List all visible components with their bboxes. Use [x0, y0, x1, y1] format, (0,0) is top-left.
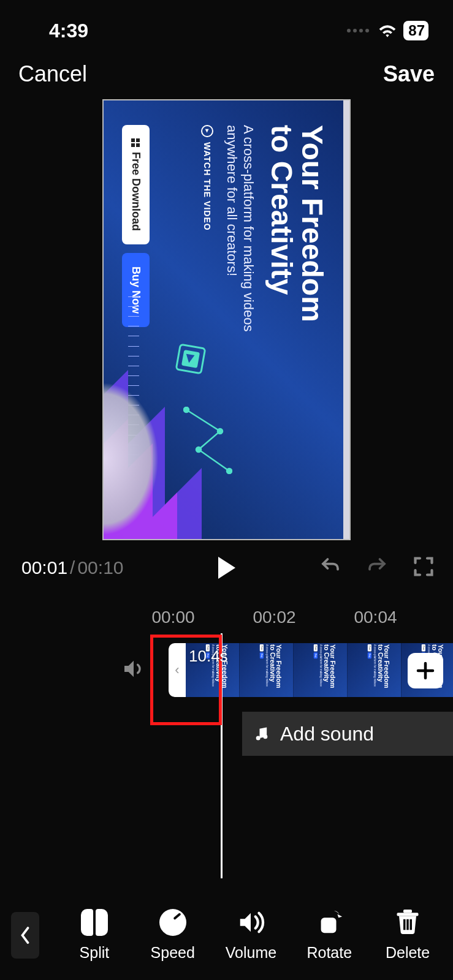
track-audio-button[interactable]	[121, 657, 146, 684]
clip-duration: 10.4s	[189, 647, 228, 666]
bottom-toolbar: Split Speed Volume Rotate Delete	[0, 900, 453, 980]
play-button[interactable]	[218, 557, 235, 579]
delete-label: Delete	[386, 944, 430, 962]
timeline: 10.4s ‹ Your Freedomto CreativityA cross…	[0, 639, 453, 756]
speed-label: Speed	[151, 944, 195, 962]
preview-download-button: Free Download	[122, 125, 150, 244]
preview-area: Your Freedomto Creativity A cross-platfo…	[0, 93, 453, 540]
ruler-tick-0: 00:00	[123, 608, 224, 627]
save-button[interactable]: Save	[383, 61, 435, 87]
preview-title-line1: Your Freedom	[296, 125, 329, 322]
volume-label: Volume	[226, 944, 276, 962]
fullscreen-icon	[413, 556, 435, 578]
undo-icon	[319, 556, 341, 578]
signal-dots-icon	[347, 29, 369, 32]
playback-controls: 00:01/00:10	[0, 540, 453, 592]
music-note-icon	[253, 725, 270, 742]
play-icon	[218, 557, 235, 579]
svg-rect-11	[403, 919, 406, 930]
clip-thumbnail: Your Freedomto CreativityA cross-platfor…	[294, 643, 348, 697]
battery-level: 87	[408, 22, 425, 39]
fullscreen-button[interactable]	[413, 556, 435, 580]
clip-trim-handle-left[interactable]: ‹	[169, 643, 186, 697]
status-bar: 4:39 87	[0, 0, 453, 49]
video-preview[interactable]: Your Freedomto Creativity A cross-platfo…	[102, 99, 351, 540]
rotate-label: Rotate	[306, 944, 352, 962]
rotate-tool[interactable]: Rotate	[290, 908, 368, 962]
clip-thumbnail: Your Freedomto CreativityA cross-platfor…	[348, 643, 402, 697]
preview-robot-hand	[104, 382, 159, 535]
speaker-icon	[121, 657, 146, 681]
svg-rect-10	[403, 910, 412, 913]
rotate-icon	[314, 908, 345, 937]
time-total: 00:10	[77, 557, 123, 578]
toolbar-back-button[interactable]	[11, 912, 39, 959]
delete-tool[interactable]: Delete	[368, 908, 447, 962]
ruler-tick-2: 00:04	[325, 608, 426, 627]
status-right: 87	[347, 21, 428, 40]
svg-rect-13	[410, 919, 413, 930]
split-icon	[81, 909, 108, 936]
svg-point-3	[227, 469, 232, 473]
speed-icon	[159, 909, 186, 936]
trash-icon	[395, 908, 421, 937]
preview-title-line2: to Creativity	[265, 125, 298, 295]
add-sound-button[interactable]: Add sound	[242, 712, 453, 756]
speed-tool[interactable]: Speed	[134, 908, 212, 962]
add-clip-button[interactable]	[408, 653, 443, 688]
time-ruler: 00:00 00:02 00:04	[0, 592, 453, 639]
redo-icon	[366, 556, 388, 578]
preview-corner-graphic	[104, 345, 214, 540]
timecode: 00:01/00:10	[21, 557, 124, 578]
time-current: 00:01	[21, 557, 67, 578]
status-time: 4:39	[49, 20, 88, 42]
split-tool[interactable]: Split	[55, 908, 134, 962]
battery-indicator: 87	[403, 21, 428, 40]
preview-subtitle: A cross-platform for making videos anywh…	[223, 125, 257, 382]
volume-icon	[234, 908, 267, 937]
undo-button[interactable]	[319, 556, 341, 580]
preview-watch-video: ▸WATCH THE VIDEO	[201, 125, 213, 382]
editor-header: Cancel Save	[0, 49, 453, 93]
wifi-icon	[378, 23, 397, 38]
redo-button[interactable]	[366, 556, 388, 580]
add-sound-label: Add sound	[280, 723, 374, 745]
svg-point-7	[263, 734, 267, 739]
volume-tool[interactable]: Volume	[212, 908, 291, 962]
svg-rect-12	[406, 919, 409, 930]
ruler-tick-1: 00:02	[224, 608, 325, 627]
cancel-button[interactable]: Cancel	[18, 61, 87, 87]
playhead[interactable]	[221, 633, 223, 878]
svg-point-6	[256, 736, 261, 741]
plus-icon	[414, 660, 436, 682]
split-label: Split	[80, 944, 110, 962]
svg-rect-9	[397, 913, 419, 916]
clip-thumbnail: Your Freedomto CreativityA cross-platfor…	[240, 643, 294, 697]
svg-point-1	[218, 429, 223, 434]
chevron-left-icon	[20, 926, 31, 944]
svg-rect-8	[321, 918, 337, 933]
video-track-row: 10.4s ‹ Your Freedomto CreativityA cross…	[18, 639, 453, 701]
